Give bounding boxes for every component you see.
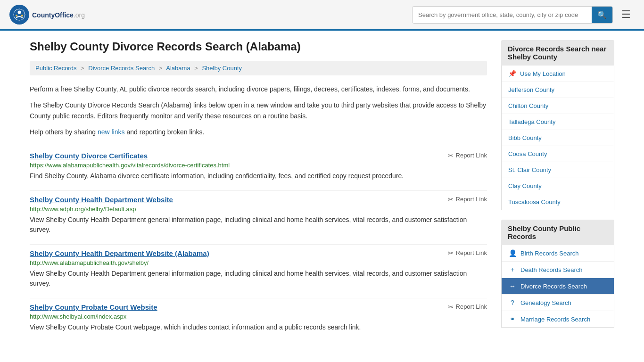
public-records-list: 👤Birth Records Search+Death Records Sear… [501,245,614,328]
scissors-icon: ✂ [448,303,454,311]
logo-icon [9,5,29,25]
nearby-counties-list: Jefferson CountyChilton CountyTalladega … [502,82,614,210]
menu-button[interactable]: ☰ [618,7,635,23]
new-links[interactable]: new links [98,128,125,136]
result-title[interactable]: Shelby County Divorce Certificates [30,152,148,160]
result-url[interactable]: http://www.alabamapublichealth.gov/shelb… [30,259,487,266]
result-url[interactable]: http://www.adph.org/shelby/Default.asp [30,206,487,213]
logo-area[interactable]: CountyOffice.org [9,5,85,25]
svg-point-3 [21,15,23,16]
scissors-icon: ✂ [448,249,454,257]
sidebar-link-icon: ⚭ [508,315,517,323]
results-container: Shelby County Divorce Certificates ✂ Rep… [30,147,487,332]
nearby-county-link[interactable]: Chilton County [502,98,614,114]
scissors-icon: ✂ [448,196,454,203]
sidebar-link-label: Birth Records Search [520,250,579,257]
result-item: Shelby County Probate Court Website ✂ Re… [30,298,487,332]
result-desc: View Shelby County Health Department gen… [30,269,487,288]
breadcrumb-divorce-records[interactable]: Divorce Records Search [88,65,155,72]
svg-point-2 [16,15,17,16]
breadcrumb-public-records[interactable]: Public Records [35,65,76,72]
sidebar-link-label: Death Records Search [520,266,583,273]
breadcrumb-shelby-county[interactable]: Shelby County [202,65,242,72]
sidebar-link-label: Marriage Records Search [520,316,590,323]
result-url[interactable]: https://www.alabamapublichealth.gov/vita… [30,162,487,169]
svg-point-1 [18,11,21,14]
result-title[interactable]: Shelby County Health Department Website … [30,249,209,257]
search-button[interactable]: 🔍 [592,7,612,23]
breadcrumb: Public Records > Divorce Records Search … [30,61,487,75]
public-records-section: Shelby County Public Records 👤Birth Reco… [501,220,614,328]
nearby-county-link[interactable]: Bibb County [502,130,614,146]
sidebar-link-icon: ? [508,299,517,306]
result-title[interactable]: Shelby County Probate Court Website [30,303,157,311]
content-area: Shelby County Divorce Records Search (Al… [30,40,487,337]
header-right: 🔍 ☰ [412,6,635,24]
result-title[interactable]: Shelby County Health Department Website [30,196,173,204]
result-item: Shelby County Health Department Website … [30,190,487,235]
nearby-county-link[interactable]: Clay County [502,178,614,194]
report-link-label: Report Link [456,303,487,310]
scissors-icon: ✂ [448,152,454,159]
breadcrumb-alabama[interactable]: Alabama [166,65,190,72]
nearby-list: 📌 Use My Location Jefferson CountyChilto… [501,66,614,210]
nearby-county-link[interactable]: Talladega County [502,114,614,130]
sidebar-link-icon: + [508,266,517,273]
result-item: Shelby County Health Department Website … [30,244,487,288]
nearby-county-link[interactable]: Jefferson County [502,82,614,98]
nearby-county-link[interactable]: Coosa County [502,146,614,162]
nearby-county-link[interactable]: St. Clair County [502,162,614,178]
sidebar: Divorce Records Search near Shelby Count… [501,40,614,337]
result-header: Shelby County Health Department Website … [30,196,487,204]
report-link-label: Report Link [456,249,487,256]
description-para3: Help others by sharing new links and rep… [30,127,487,137]
description-para1: Perform a free Shelby County, AL public … [30,84,487,94]
page-title: Shelby County Divorce Records Search (Al… [30,40,487,53]
search-input[interactable] [413,8,592,22]
result-header: Shelby County Probate Court Website ✂ Re… [30,303,487,311]
search-bar: 🔍 [412,6,613,24]
sidebar-link-icon: 👤 [508,249,517,257]
result-url[interactable]: http://www.shelbyal.com/index.aspx [30,313,487,320]
use-location[interactable]: 📌 Use My Location [502,66,614,82]
report-link[interactable]: ✂ Report Link [448,249,487,257]
nearby-header: Divorce Records Search near Shelby Count… [501,40,614,66]
public-records-link[interactable]: +Death Records Search [502,262,614,278]
main-container: Shelby County Divorce Records Search (Al… [16,31,628,346]
nearby-section: Divorce Records Search near Shelby Count… [501,40,614,210]
report-link[interactable]: ✂ Report Link [448,196,487,203]
result-desc: View Shelby County Health Department gen… [30,215,487,235]
nearby-county-link[interactable]: Tuscaloosa County [502,194,614,210]
public-records-link[interactable]: 👤Birth Records Search [502,245,614,262]
description-para2: The Shelby County Divorce Records Search… [30,100,487,121]
public-records-link[interactable]: ?Genealogy Search [502,295,614,311]
logo-text: CountyOffice.org [32,10,85,20]
result-header: Shelby County Health Department Website … [30,249,487,257]
public-records-link[interactable]: ⚭Marriage Records Search [502,311,614,327]
report-link-label: Report Link [456,196,487,203]
result-header: Shelby County Divorce Certificates ✂ Rep… [30,152,487,160]
use-location-label: Use My Location [520,70,566,77]
sidebar-link-icon: ↔ [508,282,517,290]
result-desc: Find Shelby County, Alabama divorce cert… [30,171,487,181]
location-icon: 📌 [508,70,516,77]
report-link-label: Report Link [456,152,487,159]
result-item: Shelby County Divorce Certificates ✂ Rep… [30,147,487,181]
sidebar-link-label: Divorce Records Search [520,283,587,290]
result-desc: View Shelby County Probate Court webpage… [30,322,487,332]
public-records-header: Shelby County Public Records [501,220,614,245]
public-records-link[interactable]: ↔Divorce Records Search [502,278,614,295]
sidebar-link-label: Genealogy Search [520,299,571,306]
report-link[interactable]: ✂ Report Link [448,303,487,311]
site-header: CountyOffice.org 🔍 ☰ [0,0,644,31]
report-link[interactable]: ✂ Report Link [448,152,487,159]
